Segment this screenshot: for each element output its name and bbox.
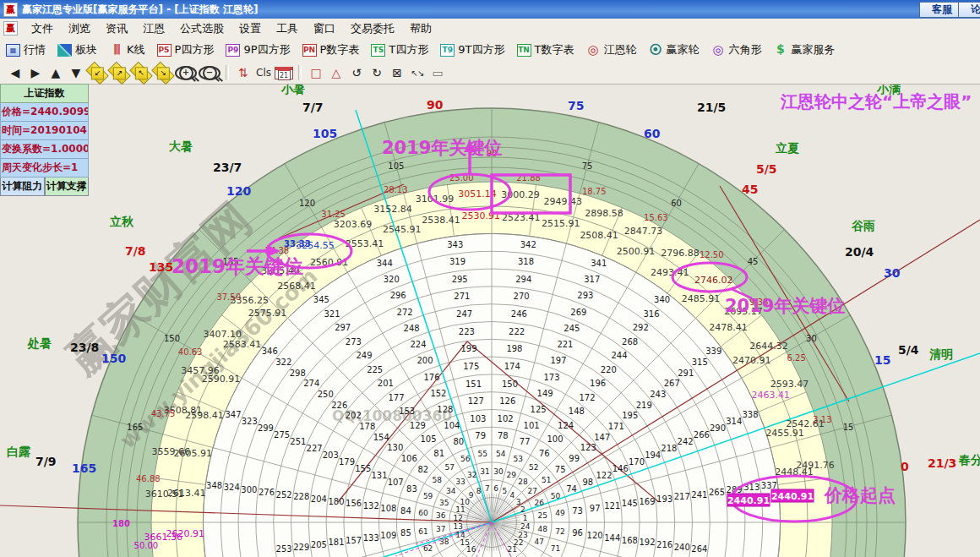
svg-text:75: 75: [555, 465, 566, 474]
tool-icon-2[interactable]: ▲: [46, 64, 65, 81]
svg-text:300: 300: [241, 485, 257, 494]
svg-text:61: 61: [418, 527, 427, 536]
tool-icon-8[interactable]: +: [175, 66, 197, 80]
calc-resistance-button[interactable]: 计算阻力: [0, 177, 45, 196]
tool-icon-16[interactable]: △: [327, 64, 346, 81]
svg-text:274: 274: [303, 379, 319, 388]
toolbar-button-P数字表[interactable]: PNP数字表: [297, 41, 366, 59]
svg-text:106: 106: [401, 454, 417, 463]
tool-icon-9[interactable]: −: [199, 66, 220, 80]
tool-icon-3[interactable]: ▼: [67, 64, 85, 81]
svg-text:7/7: 7/7: [302, 101, 324, 114]
svg-text:219: 219: [636, 401, 652, 410]
svg-text:2644.32: 2644.32: [749, 341, 788, 352]
svg-text:75: 75: [568, 99, 584, 112]
menu-item-3[interactable]: 江恩: [136, 19, 172, 38]
svg-text:3559.66: 3559.66: [151, 446, 190, 457]
svg-text:146: 146: [612, 464, 629, 473]
tool-icon-7[interactable]: ↓: [151, 61, 175, 85]
window-title: 赢家江恩专业版[赢家服务平台] - [上证指数 江恩轮]: [22, 3, 258, 17]
svg-text:128: 128: [437, 405, 453, 414]
toolbar-button-赢家轮[interactable]: ⦿赢家轮: [642, 41, 705, 59]
svg-text:2491.76: 2491.76: [796, 460, 835, 471]
menu-item-8[interactable]: 交易委托: [344, 19, 401, 38]
svg-text:38: 38: [439, 538, 449, 546]
app-window: 赢家财富网www.yingjia360.comQQ:10080036012345…: [0, 0, 980, 557]
svg-text:243: 243: [650, 390, 666, 399]
tool-icon-19[interactable]: ⊠: [388, 64, 406, 81]
toolbar-button-9P四方形[interactable]: P99P四方形: [220, 41, 296, 59]
time-row: 时间=20190104: [0, 122, 89, 140]
tool-icon-1[interactable]: ▶: [26, 64, 45, 81]
tool-icon-4[interactable]: ←: [85, 61, 109, 85]
menu-item-6[interactable]: 工具: [270, 19, 305, 38]
svg-text:338: 338: [742, 410, 758, 419]
calc-support-button[interactable]: 计算支撑: [45, 177, 90, 196]
svg-text:21/5: 21/5: [697, 101, 726, 114]
svg-text:172: 172: [579, 393, 595, 402]
menu-item-1[interactable]: 浏览: [62, 19, 97, 38]
svg-text:立秋: 立秋: [109, 215, 134, 228]
menu-item-0[interactable]: 文件: [24, 19, 60, 38]
svg-text:3152.84: 3152.84: [373, 204, 412, 215]
svg-text:2949.43: 2949.43: [543, 196, 582, 207]
forum-button[interactable]: 论坛: [958, 2, 980, 18]
tool-icon-18[interactable]: ↻: [368, 64, 386, 81]
tool-icon-5[interactable]: →: [107, 61, 131, 85]
tool-icon-12[interactable]: Cls: [254, 64, 273, 81]
menu-item-9[interactable]: 帮助: [403, 19, 438, 38]
svg-text:154: 154: [373, 433, 389, 442]
svg-text:291: 291: [678, 369, 694, 378]
svg-text:346: 346: [262, 347, 278, 356]
toolbar-button-T四方形[interactable]: TST四方形: [365, 41, 434, 59]
toolbar-label: P数字表: [320, 42, 360, 57]
svg-text:2508.41: 2508.41: [580, 230, 618, 241]
svg-text:242: 242: [678, 437, 694, 446]
svg-text:31.25: 31.25: [321, 210, 346, 219]
tool-icon-20[interactable]: ↖↘: [408, 64, 427, 81]
toolbar-button-板块[interactable]: 板块: [52, 41, 103, 59]
svg-text:314: 314: [726, 417, 742, 426]
toolbar-button-六角形[interactable]: ◎六角形: [705, 41, 767, 59]
tool-icon-17[interactable]: ↺: [347, 64, 366, 81]
svg-text:56: 56: [460, 455, 471, 463]
menu-item-7[interactable]: 窗口: [307, 19, 342, 38]
toolbar-button-江恩轮[interactable]: ◎江恩轮: [580, 41, 642, 59]
svg-text:16: 16: [466, 545, 476, 554]
title-bar[interactable]: 赢 赢家江恩专业版[赢家服务平台] - [上证指数 江恩轮] 客服 论坛: [0, 0, 980, 19]
svg-text:2: 2: [520, 505, 525, 514]
toolbar-button-T数字表[interactable]: TNT数字表: [511, 41, 580, 59]
svg-text:33.33: 33.33: [284, 239, 311, 248]
tool-icon-0[interactable]: ◀: [6, 64, 24, 81]
toolbar-button-9T四方形[interactable]: T99T四方形: [434, 41, 510, 59]
menu-item-4[interactable]: 公式选股: [173, 19, 231, 38]
svg-text:7/9: 7/9: [35, 455, 57, 468]
svg-text:248: 248: [404, 324, 420, 333]
svg-text:52: 52: [529, 463, 538, 472]
menu-item-5[interactable]: 设置: [232, 19, 268, 38]
svg-text:51: 51: [542, 476, 551, 484]
svg-text:72: 72: [555, 527, 564, 536]
svg-text:245: 245: [564, 324, 580, 333]
toolbar-button-P四方形[interactable]: PSP四方形: [151, 41, 220, 59]
tool-icon-15[interactable]: □: [307, 64, 325, 81]
toolbar-button-K线[interactable]: |||K线: [103, 41, 151, 59]
toolbar-button-行情[interactable]: ▦行情: [0, 41, 52, 59]
tool-icon-11[interactable]: ⇅: [234, 64, 253, 81]
svg-text:7/8: 7/8: [125, 244, 146, 258]
toolbar-button-赢家服务[interactable]: $赢家服务: [767, 41, 841, 59]
svg-text:178: 178: [359, 422, 375, 431]
tool-icon-21[interactable]: ▭: [428, 64, 447, 81]
svg-text:337: 337: [761, 481, 777, 490]
parameter-panel: 上证指数 价格=2440.9099 时间=20190104 变换系数=1.000…: [0, 84, 89, 196]
svg-text:108: 108: [380, 504, 396, 513]
svg-text:73: 73: [572, 506, 583, 516]
svg-text:36: 36: [436, 511, 446, 520]
tool-icon-6[interactable]: ↑: [129, 61, 153, 85]
drawing-toolbar: ◀▶▲▼←→↑↓+−⇅Cls21□△↺↻⊠↖↘▭: [0, 62, 980, 85]
svg-text:324: 324: [224, 483, 240, 492]
tool-icon-13[interactable]: 21: [275, 67, 293, 79]
menu-item-2[interactable]: 资讯: [99, 19, 134, 38]
toolbar-label: P四方形: [175, 42, 215, 57]
svg-text:80: 80: [453, 437, 464, 446]
